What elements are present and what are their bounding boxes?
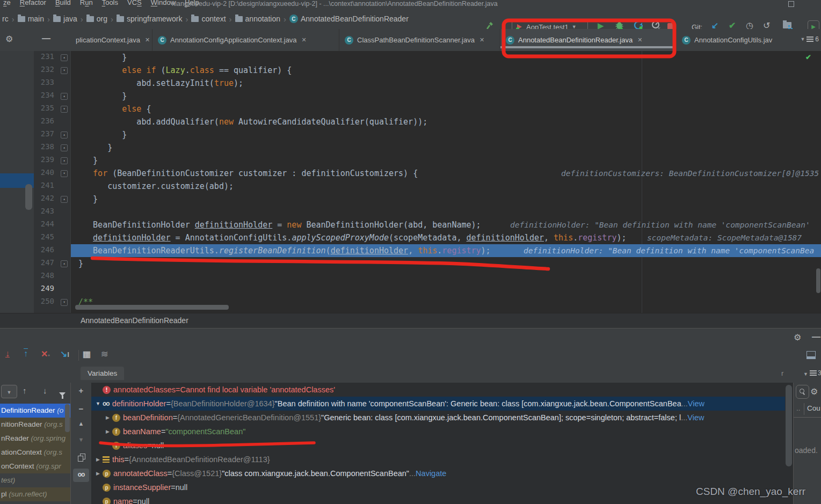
- fold-marker[interactable]: ▴: [61, 144, 68, 151]
- value-link[interactable]: View: [687, 413, 704, 422]
- line-number-241[interactable]: 241: [34, 180, 70, 193]
- frame-up-icon[interactable]: ↑: [23, 386, 27, 395]
- line-number-250[interactable]: 250▾: [34, 296, 70, 309]
- duplicate-icon[interactable]: [78, 454, 85, 461]
- code-line-233[interactable]: abd.setLazyInit(true);: [71, 77, 821, 90]
- close-icon[interactable]: ✕: [145, 36, 150, 43]
- cancel-step-icon[interactable]: ✕▫: [41, 349, 50, 359]
- stack-frame[interactable]: nReader (org.spring: [0, 432, 70, 445]
- line-number-244[interactable]: 244: [34, 218, 70, 231]
- stack-frame[interactable]: DefinitionReader (o: [0, 404, 70, 418]
- line-number-245[interactable]: 245: [34, 231, 70, 244]
- expander-icon[interactable]: ▶: [95, 471, 101, 476]
- breadcrumb-item-java[interactable]: java: [53, 14, 77, 23]
- gear-icon[interactable]: ⚙: [794, 332, 801, 342]
- line-number-247[interactable]: 247▴: [34, 257, 70, 270]
- chevron-down-icon[interactable]: ▼: [803, 371, 808, 377]
- frame-down-icon[interactable]: ↓: [43, 386, 47, 395]
- line-number-242[interactable]: 242▴: [34, 193, 70, 206]
- tab-plicationcontext-java[interactable]: plicationContext.java✕: [70, 29, 152, 51]
- fold-marker[interactable]: ▾: [61, 67, 68, 74]
- frames-dropdown[interactable]: ▼: [1, 385, 17, 398]
- menu-build[interactable]: Build: [55, 0, 71, 6]
- code-line-246[interactable]: BeanDefinitionReaderUtils.registerBeanDe…: [71, 244, 821, 257]
- menu-run[interactable]: Run: [80, 0, 93, 6]
- line-number-246[interactable]: 246: [34, 244, 70, 257]
- fold-marker[interactable]: ▴: [61, 260, 68, 267]
- breadcrumb-item-annotatedbeandefinitionreader[interactable]: CAnnotatedBeanDefinitionReader: [289, 14, 409, 23]
- variable-row[interactable]: pinstanceSupplier = null: [91, 480, 785, 494]
- frames-panel[interactable]: ▼ ↑ ↓ DefinitionReader (onitionReader (o…: [0, 383, 71, 504]
- code-line-249[interactable]: [71, 283, 821, 296]
- evaluate-expression-icon[interactable]: ▦: [83, 349, 91, 359]
- variable-row[interactable]: ▶pannotatedClass = {Class@1521} "class c…: [91, 466, 785, 480]
- code-line-236[interactable]: abd.addQualifier(new AutowireCandidateQu…: [71, 115, 821, 128]
- project-panel-sliver[interactable]: [0, 51, 34, 313]
- variable-row[interactable]: pname = null: [91, 494, 785, 504]
- project-structure-icon[interactable]: [783, 22, 791, 28]
- search-icon[interactable]: [796, 385, 809, 399]
- fold-marker[interactable]: ▴: [61, 196, 68, 203]
- code-line-231[interactable]: }: [71, 51, 821, 64]
- code-line-241[interactable]: customizer.customize(abd);: [71, 180, 821, 193]
- line-number-243[interactable]: 243: [34, 206, 70, 218]
- add-watch-icon[interactable]: +: [71, 386, 91, 395]
- layout-settings-icon[interactable]: [807, 351, 816, 359]
- horizontal-scrollbar[interactable]: [75, 305, 229, 310]
- tab-variables[interactable]: Variables: [81, 367, 124, 380]
- code-line-237[interactable]: }: [71, 128, 821, 141]
- filter-icon[interactable]: [59, 392, 66, 396]
- breadcrumb-item-rc[interactable]: rc: [2, 14, 9, 23]
- scrollbar-thumb[interactable]: [786, 385, 792, 466]
- variable-row[interactable]: ▶this = {AnnotatedBeanDefinitionReader@1…: [91, 452, 785, 466]
- line-number-237[interactable]: 237▴: [34, 128, 70, 141]
- menu-vcs[interactable]: VCS: [127, 0, 142, 6]
- hide-icon[interactable]: —: [812, 332, 820, 342]
- code-line-234[interactable]: }: [71, 90, 821, 103]
- stack-frame[interactable]: pl (sun.reflect): [0, 487, 70, 501]
- stack-frame[interactable]: test): [0, 473, 70, 487]
- scrollbar-thumb[interactable]: [65, 404, 70, 432]
- fold-marker[interactable]: ▴: [61, 93, 68, 100]
- variable-row[interactable]: ▼oodefinitionHolder = {BeanDefinitionHol…: [91, 397, 785, 411]
- tab-classpathbeandefinitionscanner-java[interactable]: CClassPathBeanDefinitionScanner.java✕: [339, 29, 500, 51]
- breadcrumb-item-main[interactable]: main: [18, 14, 44, 23]
- remove-watch-icon[interactable]: −: [71, 404, 91, 413]
- code-line-248[interactable]: [71, 270, 821, 283]
- close-icon[interactable]: ✕: [479, 36, 484, 43]
- expander-icon[interactable]: ▶: [95, 457, 101, 462]
- inspections-ok-icon[interactable]: ✔: [805, 53, 811, 61]
- line-number-231[interactable]: 231▴: [34, 51, 70, 64]
- fold-marker[interactable]: ▴: [61, 157, 68, 164]
- variable-row[interactable]: ▶fbeanName = "componentScanBean": [91, 425, 785, 439]
- code-line-247[interactable]: }: [71, 257, 821, 270]
- tab-annotatedbeandefinitionreader-java[interactable]: CAnnotatedBeanDefinitionReader.java✕: [500, 29, 677, 51]
- code-line-239[interactable]: }: [71, 154, 821, 167]
- menu-ze[interactable]: ze: [3, 0, 11, 6]
- code-line-245[interactable]: definitionHolder = AnnotationConfigUtils…: [71, 231, 821, 244]
- stack-frame[interactable]: ationContext (org.s: [0, 445, 70, 459]
- breadcrumb-item-org[interactable]: org: [86, 14, 107, 23]
- code-line-243[interactable]: [71, 206, 821, 218]
- scrollbar-thumb[interactable]: [25, 184, 32, 210]
- filter-settings-icon[interactable]: ≋: [101, 349, 108, 359]
- expander-icon[interactable]: ▼: [95, 401, 101, 406]
- maximize-icon[interactable]: [788, 1, 794, 7]
- step-into-icon[interactable]: ↓: [5, 349, 10, 359]
- breadcrumb-item-context[interactable]: context: [191, 14, 226, 23]
- close-icon[interactable]: ✕: [302, 36, 307, 43]
- code-editor[interactable]: 231▴232▾233234▴235▾236237▴238▴239▴240▾24…: [0, 51, 821, 313]
- tab-annotationconfigapplicationcontext-java[interactable]: CAnnotationConfigApplicationContext.java…: [152, 29, 339, 51]
- close-icon[interactable]: ✕: [637, 36, 642, 43]
- menu-refactor[interactable]: Refactor: [20, 0, 46, 6]
- code-line-238[interactable]: }: [71, 141, 821, 154]
- gear-icon[interactable]: ⚙: [810, 386, 818, 397]
- line-number-232[interactable]: 232▾: [34, 64, 70, 77]
- stack-frame[interactable]: onContext (org.spr: [0, 459, 70, 473]
- line-number-238[interactable]: 238▴: [34, 141, 70, 154]
- move-up-icon[interactable]: ▲: [71, 420, 91, 427]
- list-icon[interactable]: [810, 370, 817, 376]
- code-line-232[interactable]: else if (Lazy.class == qualifier) {: [71, 64, 821, 77]
- expander-icon[interactable]: ▶: [104, 429, 111, 434]
- code-line-240[interactable]: for (BeanDefinitionCustomizer customizer…: [71, 167, 821, 180]
